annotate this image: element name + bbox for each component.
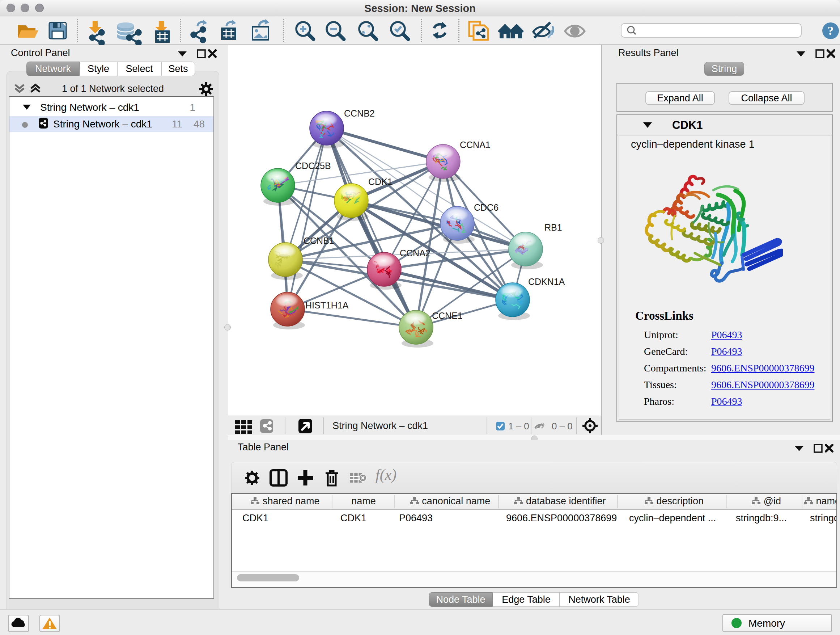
svg-text:CDKN1A: CDKN1A bbox=[528, 277, 565, 287]
svg-text:CCNB2: CCNB2 bbox=[344, 108, 375, 119]
svg-text:CDC25B: CDC25B bbox=[295, 161, 331, 171]
svg-text:CCNA2: CCNA2 bbox=[400, 248, 431, 258]
svg-text:CCNA1: CCNA1 bbox=[460, 140, 491, 150]
svg-text:?: ? bbox=[828, 24, 834, 37]
svg-text:CCNE1: CCNE1 bbox=[432, 310, 463, 321]
svg-text:CDC6: CDC6 bbox=[474, 203, 499, 212]
svg-text:CCNB1: CCNB1 bbox=[303, 236, 334, 246]
svg-text:HIST1H1A: HIST1H1A bbox=[305, 300, 349, 310]
svg-text:CDK1: CDK1 bbox=[368, 177, 393, 187]
svg-text:RB1: RB1 bbox=[545, 222, 562, 233]
